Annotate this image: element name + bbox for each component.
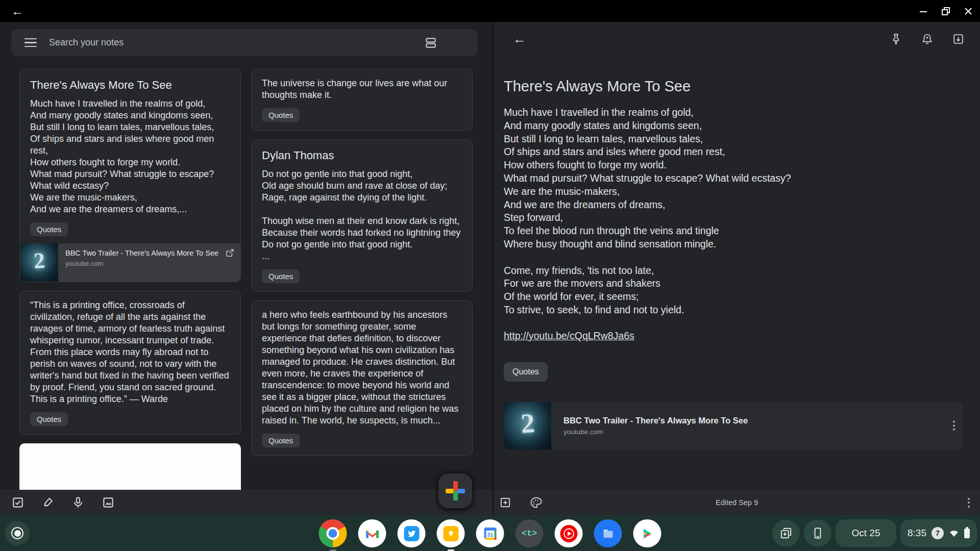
palette-icon[interactable] — [529, 496, 543, 509]
minimize-icon[interactable] — [919, 7, 928, 16]
notes-column-1: There's Always More To See Much have I t… — [19, 69, 241, 502]
note-title: There's Always More To See — [30, 78, 230, 93]
note-menu-icon[interactable] — [968, 498, 970, 508]
attachment-domain: youtube.com — [564, 428, 748, 436]
detail-header: ← — [494, 22, 980, 56]
launcher-button[interactable] — [5, 521, 30, 545]
new-note-toolbar — [0, 490, 493, 515]
date-button[interactable]: Oct 25 — [836, 519, 896, 547]
note-detail-pane: ← There's Alway — [494, 22, 980, 515]
label-chip-quotes[interactable]: Quotes — [30, 412, 68, 426]
pin-icon[interactable] — [890, 33, 902, 45]
notification-count-badge: 7 — [932, 527, 944, 539]
save-desk-icon — [779, 527, 793, 540]
close-icon[interactable] — [964, 7, 973, 16]
window-back-icon[interactable]: ← — [7, 4, 28, 18]
wifi-icon — [949, 529, 959, 538]
attachment-domain: youtube.com — [65, 260, 218, 267]
note-body: The universe is change our lives are wha… — [262, 78, 462, 101]
note-card-hero[interactable]: a hero who feels earthbound by his ances… — [251, 300, 473, 456]
clock-label: 8:35 — [908, 528, 926, 539]
status-tray-button[interactable]: 8:35 7 — [900, 519, 977, 547]
video-thumbnail: 2 — [20, 243, 58, 282]
note-body: Do not go gentle into that good night, O… — [262, 168, 462, 262]
note-body: Much have I travelled in the realms of g… — [30, 98, 230, 215]
attachment-title: BBC Two Trailer - There's Always More To… — [65, 248, 218, 258]
play-store-icon[interactable] — [633, 519, 662, 547]
back-icon[interactable]: ← — [513, 32, 526, 45]
launcher-icon — [11, 527, 23, 539]
label-chip-quotes[interactable]: Quotes — [504, 362, 548, 382]
date-label: Oct 25 — [852, 528, 880, 539]
youtube-music-icon[interactable] — [555, 519, 583, 547]
note-card-printing-office[interactable]: “This is a printing office, crossroads o… — [19, 291, 241, 435]
chromeos-shelf: 31 <t> — [0, 515, 980, 551]
attachment-title: BBC Two Trailer - There's Always More To… — [564, 416, 748, 425]
note-title: Dylan Thomas — [262, 148, 462, 163]
twitter-icon[interactable] — [398, 519, 426, 547]
search-bar[interactable] — [11, 29, 477, 56]
google-plus-icon — [446, 481, 465, 500]
new-audio-mic-icon[interactable] — [71, 496, 85, 509]
system-tray: Oct 25 8:35 7 — [772, 519, 977, 547]
calendar-icon[interactable]: 31 — [476, 519, 504, 547]
new-image-icon[interactable] — [102, 496, 115, 509]
note-body: “This is a printing office, crossroads o… — [30, 299, 230, 405]
note-body: a hero who feels earthbound by his ances… — [262, 309, 462, 427]
new-drawing-brush-icon[interactable] — [41, 496, 55, 509]
menu-icon[interactable] — [24, 38, 37, 47]
gmail-icon[interactable] — [358, 519, 386, 547]
window-titlebar: ← — [0, 0, 980, 22]
view-toggle-icon[interactable] — [424, 36, 437, 49]
detail-content: There's Always More To See Much have I t… — [504, 56, 963, 490]
detail-note-title[interactable]: There's Always More To See — [504, 78, 963, 95]
label-chip-quotes[interactable]: Quotes — [262, 434, 300, 447]
detail-link-attachment[interactable]: 2 BBC Two Trailer - There's Always More … — [504, 402, 963, 449]
files-icon[interactable] — [594, 519, 622, 547]
restore-icon[interactable] — [941, 7, 950, 16]
notes-list-pane: There's Always More To See Much have I t… — [0, 22, 493, 515]
label-chip-quotes[interactable]: Quotes — [262, 108, 300, 122]
add-reminder-icon[interactable] — [921, 33, 934, 45]
phone-icon — [811, 527, 824, 540]
note-card-dylan-thomas[interactable]: Dylan Thomas Do not go gentle into that … — [251, 139, 473, 292]
label-chip-quotes[interactable]: Quotes — [30, 222, 68, 236]
chrome-icon[interactable] — [319, 519, 347, 547]
new-checklist-icon[interactable] — [11, 496, 24, 509]
battery-icon — [964, 529, 970, 538]
label-chip-quotes[interactable]: Quotes — [262, 269, 300, 283]
note-card-theres-always-more[interactable]: There's Always More To See Much have I t… — [19, 69, 241, 282]
screen-capture-tray-button[interactable] — [772, 519, 800, 547]
note-card-universe[interactable]: The universe is change our lives are wha… — [251, 69, 473, 131]
notes-grid: There's Always More To See Much have I t… — [19, 69, 473, 502]
search-input[interactable] — [49, 37, 424, 48]
attachment-menu-icon[interactable] — [953, 421, 955, 431]
svg-text:31: 31 — [486, 531, 493, 537]
youtube-link[interactable]: http://youtu.be/cQqLRw8Ja6s — [504, 330, 634, 342]
open-in-new-icon[interactable] — [225, 248, 235, 258]
note-link-attachment[interactable]: 2 BBC Two Trailer - There's Always More … — [20, 243, 240, 282]
video-thumbnail: 2 — [504, 402, 551, 449]
edited-timestamp: Edited Sep 9 — [716, 498, 758, 507]
screen: ← There's Always More To See — [0, 0, 980, 551]
detail-note-body[interactable]: Much have I travelled in the realms of g… — [504, 106, 963, 317]
add-box-icon[interactable] — [499, 496, 512, 509]
notes-column-2: The universe is change our lives are wha… — [251, 69, 473, 502]
archive-icon[interactable] — [952, 33, 965, 45]
new-note-fab[interactable] — [438, 473, 472, 508]
phone-hub-button[interactable] — [804, 519, 831, 547]
shelf-apps: 31 <t> — [319, 519, 662, 547]
detail-bottombar: Edited Sep 9 — [494, 490, 980, 515]
keep-icon[interactable] — [437, 519, 465, 547]
text-app-icon[interactable]: <t> — [516, 519, 544, 547]
